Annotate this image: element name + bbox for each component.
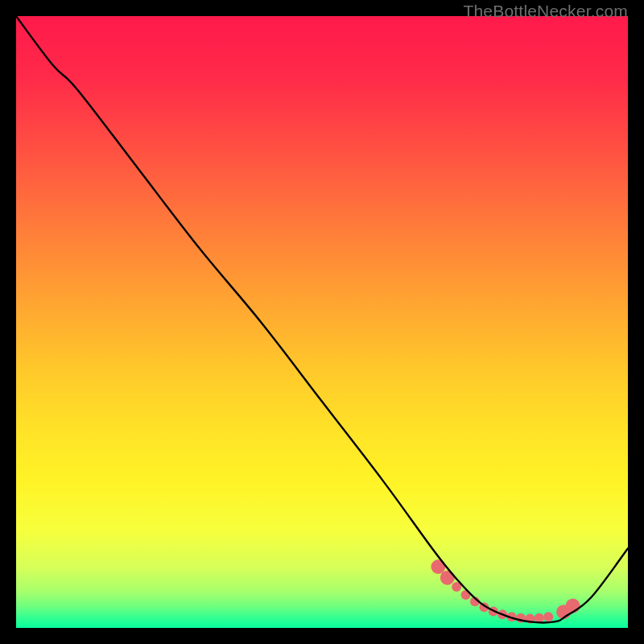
plot-area	[16, 16, 628, 628]
marker-group	[431, 559, 580, 624]
highlight-marker	[543, 612, 553, 621]
curve-layer	[16, 16, 628, 628]
highlight-marker	[440, 571, 455, 585]
chart-stage: TheBottleNecker.com	[0, 0, 644, 644]
bottleneck-curve	[16, 16, 628, 622]
watermark-text: TheBottleNecker.com	[463, 2, 628, 21]
